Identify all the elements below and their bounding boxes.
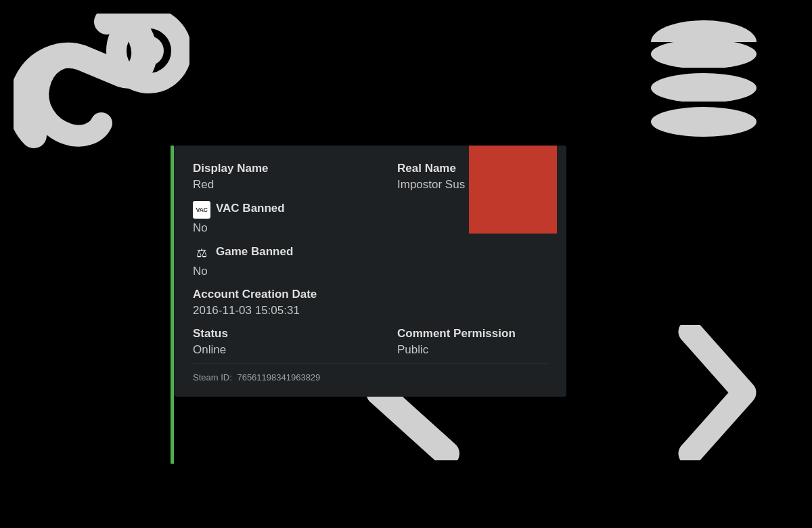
- svg-point-4: [651, 39, 757, 69]
- steam-id-text: Steam ID: 76561198341963829: [193, 372, 320, 382]
- chevron-right-icon[interactable]: [677, 325, 758, 460]
- account-creation-label: Account Creation Date: [193, 288, 547, 301]
- status-col: Status Online: [193, 327, 343, 357]
- steam-id-label: Steam ID:: [193, 372, 232, 382]
- comment-permission-label: Comment Permission: [397, 327, 547, 340]
- game-banned-section: ⚖ Game Banned No: [193, 244, 547, 278]
- status-row: Status Online Comment Permission Public: [193, 327, 547, 357]
- game-banned-header: ⚖ Game Banned: [193, 244, 547, 262]
- display-name-value: Red: [193, 178, 343, 192]
- steam-logo: [14, 14, 189, 162]
- svg-point-8: [651, 107, 757, 137]
- comment-permission-value: Public: [397, 343, 547, 357]
- status-value: Online: [193, 343, 343, 357]
- vac-banned-label: VAC Banned: [216, 202, 285, 215]
- game-ban-icon: ⚖: [193, 244, 210, 262]
- display-name-label: Display Name: [193, 162, 343, 175]
- account-creation-section: Account Creation Date 2016-11-03 15:05:3…: [193, 288, 547, 317]
- status-label: Status: [193, 327, 343, 340]
- vac-icon: VAC: [193, 201, 210, 219]
- steam-id-value: 76561198341963829: [237, 372, 320, 382]
- database-icon: [636, 14, 771, 149]
- svg-point-1: [134, 36, 164, 66]
- avatar-image: [469, 146, 557, 234]
- game-banned-value: No: [193, 265, 547, 278]
- account-creation-value: 2016-11-03 15:05:31: [193, 304, 547, 317]
- display-name-col: Display Name Red: [193, 162, 343, 192]
- game-banned-label: Game Banned: [216, 245, 293, 259]
- svg-point-6: [651, 73, 757, 103]
- comment-permission-col: Comment Permission Public: [397, 327, 547, 357]
- steam-id-row: Steam ID: 76561198341963829: [193, 364, 547, 383]
